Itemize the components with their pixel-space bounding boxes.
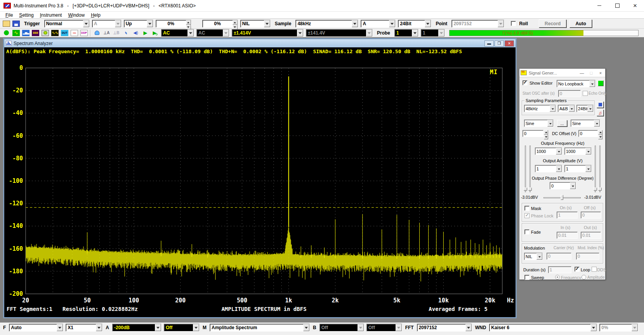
input-a-icon[interactable]: ⊥A (102, 29, 111, 36)
freq-axis-select[interactable]: Auto (9, 324, 63, 332)
waveform-b-select[interactable]: Sine (571, 120, 600, 127)
slider-handle[interactable] (561, 195, 563, 200)
generator-bits-select[interactable]: 24Bit (576, 105, 594, 112)
minimize-button[interactable] (590, 0, 608, 11)
slider-handle[interactable] (598, 187, 602, 191)
chevron-down-icon[interactable] (587, 105, 593, 112)
amplitude-b-select[interactable]: 1 (564, 165, 592, 172)
waveform-a-select[interactable]: Sine (524, 120, 554, 127)
auto-button[interactable]: Auto (569, 19, 592, 28)
display-mode-select[interactable]: Amplitude Spectrum (210, 324, 310, 332)
menu-help[interactable]: Help (88, 12, 104, 18)
chevron-down-icon[interactable] (303, 324, 309, 331)
multimeter-icon[interactable]: 888 (31, 29, 40, 36)
roll-checkbox[interactable] (511, 21, 516, 26)
mask-checkbox[interactable] (524, 206, 529, 211)
dc-offset-b-input[interactable]: 0 (578, 130, 598, 137)
loop-checkbox[interactable] (575, 267, 580, 272)
open-icon[interactable] (2, 20, 11, 27)
chevron-down-icon[interactable] (569, 105, 575, 112)
signal-generator-titlebar[interactable]: Signal Gener... — □ × (519, 69, 605, 77)
chevron-down-icon[interactable] (594, 120, 600, 127)
sample-rate-select[interactable]: 48kHz (295, 20, 358, 28)
chevron-down-icon[interactable] (264, 20, 270, 27)
menu-file[interactable]: File (2, 12, 16, 18)
volume-icon[interactable]: ◀) (131, 29, 140, 36)
save-waveform-icon[interactable] (597, 101, 604, 108)
data-logger-icon[interactable]: ≈≈ (70, 29, 79, 36)
menu-instrument[interactable]: Instrument (37, 12, 65, 18)
amplitude-b-slider[interactable] (595, 146, 596, 192)
close-button[interactable] (626, 0, 644, 11)
signal-generator-icon[interactable]: ∿∿ (50, 29, 59, 36)
slider-handle[interactable] (528, 187, 532, 191)
dc-offset-b-spinner[interactable] (598, 130, 602, 137)
sweep-checkbox[interactable] (524, 275, 529, 280)
chevron-down-icon[interactable] (96, 324, 102, 331)
chevron-down-icon[interactable] (57, 324, 63, 331)
coupling-a-select[interactable]: AC (161, 29, 194, 37)
chevron-down-icon[interactable] (297, 30, 303, 36)
chevron-down-icon[interactable] (187, 30, 194, 36)
window-minimize-button[interactable]: — (578, 70, 585, 76)
trigger-hpf-select[interactable]: NIL (240, 20, 271, 28)
spectrum-plot[interactable]: 0-20-40-60-80-100-120-140-160-180-200205… (4, 56, 516, 317)
window-maximize-button[interactable]: ❐ (495, 40, 504, 47)
chevron-down-icon[interactable] (556, 165, 562, 172)
phase-select[interactable]: 0 (550, 182, 576, 189)
loopback-select[interactable]: No Loopback (557, 80, 595, 87)
amplitude-a-select[interactable]: 1 (535, 165, 562, 172)
run-icon[interactable] (2, 29, 11, 36)
dc-offset-a-spinner[interactable] (544, 130, 548, 137)
play-icon[interactable]: ▶ (141, 29, 150, 36)
device-test-plan-icon[interactable]: DUT (60, 29, 69, 36)
calibration-icon[interactable] (92, 29, 101, 36)
chevron-down-icon[interactable] (547, 120, 553, 127)
window-close-button[interactable]: × (505, 40, 514, 47)
x-zoom-select[interactable]: X1 (66, 324, 102, 332)
probe-a-select[interactable]: 1 (394, 29, 418, 37)
a-persistence-select[interactable]: Off (164, 324, 200, 332)
slider-handle[interactable] (524, 187, 527, 191)
frequency-b-select[interactable]: 1000 (564, 148, 592, 155)
ddp-viewer-icon[interactable]: DDP (80, 29, 89, 36)
maximize-button[interactable] (608, 0, 626, 11)
amplitude-b-fine-slider[interactable] (599, 146, 601, 192)
window-minimize-button[interactable]: ▬ (484, 40, 494, 47)
trigger-level-spinner[interactable]: 0% (156, 20, 191, 28)
dc-offset-a-input[interactable]: 0 (522, 130, 543, 137)
spectrum-window-titlebar[interactable]: Spectrum Analyzer ▬ ❐ × (4, 39, 516, 47)
chevron-down-icon[interactable] (193, 324, 199, 331)
chevron-down-icon[interactable] (83, 20, 89, 27)
generator-on-button[interactable] (598, 80, 604, 86)
menu-setting[interactable]: Setting (16, 12, 36, 18)
window-close-button[interactable]: × (597, 70, 604, 76)
chevron-down-icon[interactable] (550, 105, 555, 112)
generator-channels-select[interactable]: A&B (558, 105, 575, 112)
play-output-icon[interactable]: ▶ (151, 29, 160, 36)
save-icon[interactable] (12, 20, 21, 27)
window-function-select[interactable]: Kaiser 6 (489, 324, 597, 332)
trigger-delay-spinner[interactable]: 0% (202, 20, 238, 28)
chevron-down-icon[interactable] (585, 148, 591, 154)
chevron-down-icon[interactable] (585, 165, 591, 172)
fft-size-select[interactable]: 2097152 (417, 324, 472, 332)
probe-icon[interactable]: ⌁ (122, 29, 130, 36)
chevron-down-icon[interactable] (589, 80, 595, 87)
chevron-down-icon[interactable] (412, 30, 418, 36)
menu-window[interactable]: Window (65, 12, 88, 18)
modulation-type-select[interactable]: NIL (524, 253, 543, 260)
chevron-down-icon[interactable] (155, 324, 161, 331)
waveform-more-button[interactable]: ... (557, 120, 567, 127)
chevron-down-icon[interactable] (389, 20, 395, 27)
app-titlebar[interactable]: Multi-Instrument Pro 3.8 - [+3DP+DLG+LCR… (0, 0, 644, 12)
spectrum-analyzer-icon[interactable]: ▂▅▃ (21, 29, 30, 36)
oscilloscope-icon[interactable]: ∿ (12, 29, 21, 36)
chevron-down-icon[interactable] (352, 20, 358, 27)
a-range-select[interactable]: -200dB (112, 324, 161, 332)
trigger-mode-select[interactable]: Normal (44, 20, 90, 28)
range-a-select[interactable]: ±1.414V (232, 29, 304, 37)
slider-handle[interactable] (594, 187, 597, 191)
chevron-down-icon[interactable] (536, 253, 542, 260)
sample-channel-select[interactable]: A (361, 20, 396, 28)
